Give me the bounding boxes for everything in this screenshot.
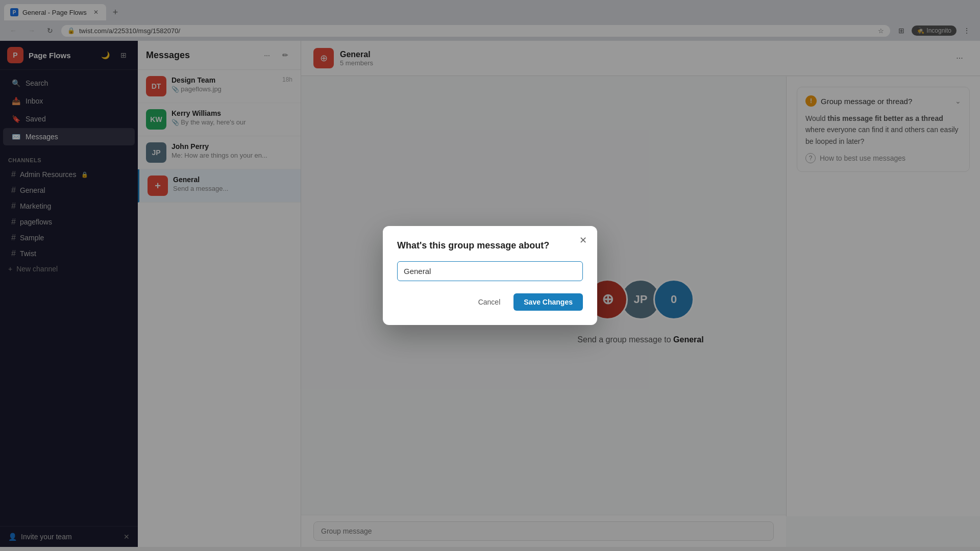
modal-title: What's this group message about?	[397, 240, 583, 251]
cancel-button[interactable]: Cancel	[470, 294, 509, 310]
modal-actions: Cancel Save Changes	[397, 293, 583, 311]
modal-overlay[interactable]: ✕ What's this group message about? Cance…	[0, 0, 980, 551]
modal-close-button[interactable]: ✕	[576, 233, 590, 247]
save-changes-button[interactable]: Save Changes	[513, 293, 583, 311]
modal-group-name-input[interactable]	[397, 261, 583, 281]
modal-dialog: ✕ What's this group message about? Cance…	[383, 226, 597, 325]
